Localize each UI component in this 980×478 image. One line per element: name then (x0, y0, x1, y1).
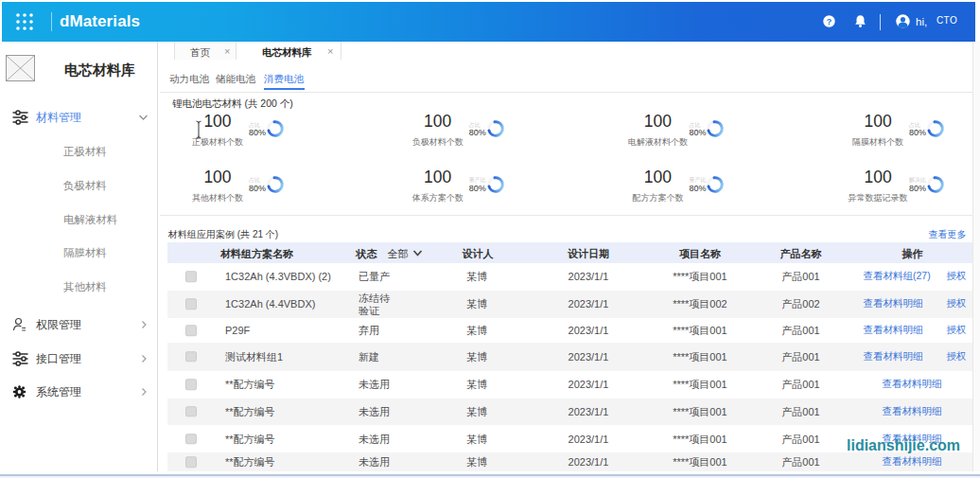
svg-text:?: ? (827, 17, 832, 27)
